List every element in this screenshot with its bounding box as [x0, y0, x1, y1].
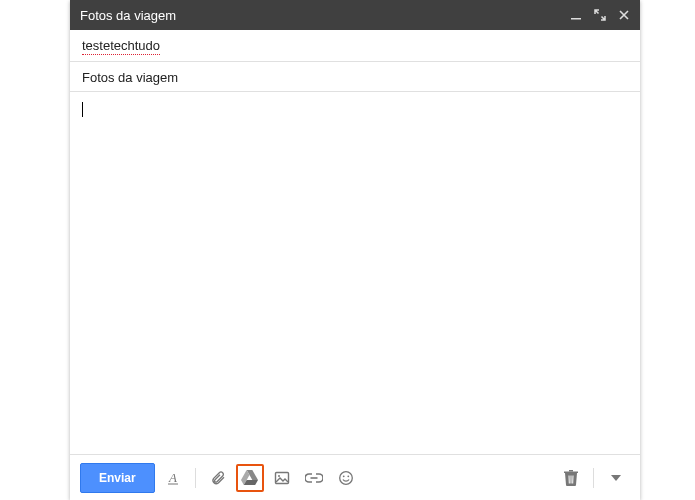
send-button[interactable]: Enviar [80, 463, 155, 493]
svg-rect-3 [275, 472, 288, 483]
recipients-field[interactable]: testetechtudo [70, 30, 640, 62]
toolbar-divider [593, 468, 594, 488]
drive-icon[interactable] [236, 464, 264, 492]
emoji-icon[interactable] [332, 464, 360, 492]
subject-text: Fotos da viagem [82, 70, 178, 85]
svg-point-6 [339, 471, 352, 484]
expand-icon[interactable] [594, 9, 606, 21]
insert-photo-icon[interactable] [268, 464, 296, 492]
toolbar-divider [195, 468, 196, 488]
compose-toolbar: Enviar A [70, 454, 640, 500]
text-cursor [82, 102, 83, 117]
subject-field[interactable]: Fotos da viagem [70, 62, 640, 92]
close-icon[interactable] [618, 9, 630, 21]
svg-text:A: A [168, 470, 177, 485]
svg-rect-0 [571, 18, 581, 20]
recipient-chip[interactable]: testetechtudo [82, 38, 160, 55]
more-options-icon[interactable] [602, 464, 630, 492]
formatting-icon[interactable]: A [159, 464, 187, 492]
delete-icon[interactable] [557, 464, 585, 492]
svg-point-4 [278, 475, 280, 477]
compose-titlebar[interactable]: Fotos da viagem [70, 0, 640, 30]
svg-rect-2 [168, 483, 178, 484]
svg-point-8 [347, 475, 349, 477]
minimize-icon[interactable] [570, 9, 582, 21]
insert-link-icon[interactable] [300, 464, 328, 492]
compose-title: Fotos da viagem [80, 8, 570, 23]
message-body[interactable] [70, 92, 640, 454]
compose-window: Fotos da viagem testetechtudo Fotos da v… [70, 0, 640, 500]
attach-icon[interactable] [204, 464, 232, 492]
svg-point-7 [342, 475, 344, 477]
